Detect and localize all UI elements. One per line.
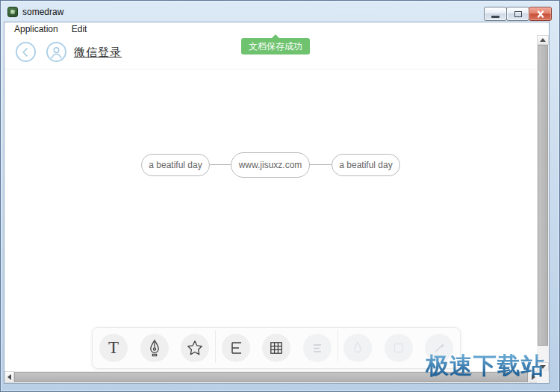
save-success-toast: 文档保存成功 xyxy=(241,38,310,55)
square-icon xyxy=(390,339,408,357)
user-icon xyxy=(48,43,65,61)
scroll-left-button[interactable] xyxy=(4,371,14,383)
mindmap-e-icon xyxy=(227,339,245,357)
watermark: 极速下载站 xyxy=(426,350,545,382)
canvas-node[interactable]: a beatiful day xyxy=(141,154,210,176)
table-tool-button[interactable] xyxy=(262,334,290,362)
toast-message: 文档保存成功 xyxy=(249,40,302,53)
star-icon xyxy=(186,339,204,357)
pen-tool-button[interactable] xyxy=(140,334,169,362)
user-login-button[interactable] xyxy=(46,42,66,62)
window-title: somedraw xyxy=(22,7,63,17)
droplet-icon xyxy=(349,339,367,357)
arrow-up-icon xyxy=(540,38,546,42)
canvas-node[interactable]: a beatiful day xyxy=(332,154,400,176)
close-button[interactable] xyxy=(529,7,552,21)
text-tool-icon: T xyxy=(108,339,119,356)
scroll-up-button[interactable] xyxy=(537,35,549,45)
toolbar-separator xyxy=(337,330,338,363)
close-icon xyxy=(535,10,546,19)
app-icon xyxy=(7,7,18,17)
header-divider xyxy=(4,69,538,69)
node-connector xyxy=(210,164,231,165)
chevron-left-icon xyxy=(17,43,34,61)
table-grid-icon xyxy=(267,339,285,357)
star-tool-button[interactable] xyxy=(181,334,209,362)
window-controls xyxy=(485,7,552,21)
menu-item-edit[interactable]: Edit xyxy=(69,23,90,35)
window-frame: somedraw Application Edit xyxy=(0,0,560,392)
back-button[interactable] xyxy=(16,42,36,62)
menu-item-application[interactable]: Application xyxy=(11,23,61,35)
node-connector xyxy=(310,164,332,165)
canvas-node[interactable]: www.jisuxz.com xyxy=(231,152,310,178)
maximize-button[interactable] xyxy=(506,7,529,21)
toolbar-separator xyxy=(215,330,216,363)
align-lines-icon xyxy=(308,339,326,357)
main-content: Application Edit 微信登录 文档保存成功 a beatiful … xyxy=(4,22,550,384)
titlebar[interactable]: somedraw xyxy=(1,1,559,22)
minimize-icon xyxy=(491,16,500,18)
shape-tool-button[interactable] xyxy=(385,334,413,362)
arrow-left-icon xyxy=(7,374,11,380)
wechat-login-link[interactable]: 微信登录 xyxy=(74,46,122,60)
drawing-toolbar: T xyxy=(92,327,461,369)
maximize-icon xyxy=(514,11,522,17)
vertical-scrollbar[interactable] xyxy=(537,35,549,372)
align-tool-button[interactable] xyxy=(303,334,332,362)
outline-tool-button[interactable] xyxy=(222,334,250,362)
text-tool-button[interactable]: T xyxy=(99,334,128,362)
pen-nib-icon xyxy=(146,339,164,357)
vertical-scrollbar-thumb[interactable] xyxy=(538,45,548,346)
minimize-button[interactable] xyxy=(484,7,507,21)
fill-tool-button[interactable] xyxy=(343,334,372,362)
